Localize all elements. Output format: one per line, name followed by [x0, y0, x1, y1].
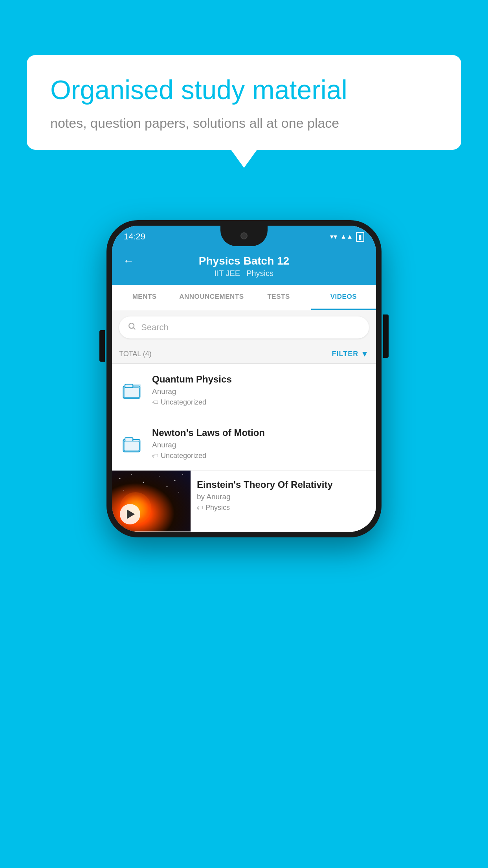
- video-info: Newton's Laws of Motion Anurag 🏷 Uncateg…: [152, 427, 369, 460]
- phone-screen: 14:29 ▾▾ ▲▲ ▮ ← Physics Batch 12 IIT JEE: [112, 226, 376, 532]
- svg-rect-7: [124, 441, 139, 451]
- video-tag: 🏷 Uncategorized: [152, 452, 369, 460]
- header-subtitle: IIT JEE Physics: [215, 269, 273, 278]
- status-icons: ▾▾ ▲▲ ▮: [330, 232, 364, 242]
- svg-line-1: [134, 328, 136, 330]
- search-placeholder: Search: [141, 322, 169, 333]
- filter-icon: ▼: [361, 349, 369, 359]
- play-button[interactable]: [120, 504, 140, 524]
- status-bar: 14:29 ▾▾ ▲▲ ▮: [112, 226, 376, 248]
- list-item[interactable]: Einstein's Theory Of Relativity by Anura…: [112, 471, 376, 532]
- video-info: Einstein's Theory Of Relativity by Anura…: [191, 471, 376, 520]
- bubble-title: Organised study material: [50, 74, 438, 106]
- list-item[interactable]: Newton's Laws of Motion Anurag 🏷 Uncateg…: [112, 417, 376, 471]
- svg-point-15: [167, 486, 168, 487]
- header-row: ← Physics Batch 12: [123, 255, 365, 267]
- folder-icon: [119, 431, 145, 457]
- list-item[interactable]: Quantum Physics Anurag 🏷 Uncategorized: [112, 364, 376, 417]
- svg-point-14: [123, 490, 124, 491]
- video-author: Anurag: [152, 387, 369, 396]
- app-header: ← Physics Batch 12 IIT JEE Physics: [112, 248, 376, 285]
- play-icon: [127, 509, 135, 519]
- tab-ments[interactable]: MENTS: [112, 285, 177, 310]
- svg-point-12: [174, 480, 176, 481]
- svg-rect-4: [124, 388, 139, 397]
- header-subtitle-physics: Physics: [246, 269, 273, 278]
- status-time: 14:29: [124, 232, 145, 242]
- header-subtitle-iit: IIT JEE: [215, 269, 240, 278]
- bubble-subtitle: notes, question papers, solutions all at…: [50, 116, 438, 131]
- camera-icon: [240, 232, 248, 239]
- filter-bar: TOTAL (4) FILTER ▼: [112, 345, 376, 364]
- phone-wrapper: 14:29 ▾▾ ▲▲ ▮ ← Physics Batch 12 IIT JEE: [106, 220, 382, 537]
- back-button[interactable]: ←: [123, 255, 134, 267]
- battery-icon: ▮: [356, 232, 364, 242]
- filter-button[interactable]: FILTER ▼: [332, 349, 369, 359]
- svg-point-10: [143, 482, 144, 483]
- svg-rect-3: [125, 384, 133, 388]
- svg-point-0: [129, 323, 134, 328]
- video-tag: 🏷 Physics: [197, 504, 370, 512]
- tabs-bar: MENTS ANNOUNCEMENTS TESTS VIDEOS: [112, 285, 376, 310]
- phone-outer: 14:29 ▾▾ ▲▲ ▮ ← Physics Batch 12 IIT JEE: [106, 220, 382, 537]
- tag-icon: 🏷: [197, 504, 203, 511]
- total-count: TOTAL (4): [119, 350, 152, 358]
- header-title: Physics Batch 12: [199, 255, 289, 267]
- svg-point-13: [182, 474, 183, 475]
- search-container: Search: [112, 310, 376, 345]
- video-title: Newton's Laws of Motion: [152, 427, 369, 438]
- video-tag: 🏷 Uncategorized: [152, 398, 369, 406]
- svg-point-9: [131, 474, 132, 475]
- video-title: Quantum Physics: [152, 374, 369, 385]
- video-author: by Anurag: [197, 493, 370, 501]
- svg-rect-6: [125, 438, 133, 441]
- video-thumbnail: [112, 471, 191, 531]
- speech-bubble: Organised study material notes, question…: [27, 55, 461, 150]
- signal-icon: ▲▲: [340, 233, 353, 240]
- video-author: Anurag: [152, 441, 369, 449]
- video-info: Quantum Physics Anurag 🏷 Uncategorized: [152, 374, 369, 406]
- speech-bubble-container: Organised study material notes, question…: [27, 55, 461, 150]
- svg-point-8: [119, 478, 121, 479]
- search-input[interactable]: Search: [119, 316, 369, 338]
- tab-tests[interactable]: TESTS: [246, 285, 311, 310]
- tag-icon: 🏷: [152, 399, 158, 406]
- notch: [220, 226, 268, 246]
- svg-point-11: [159, 476, 160, 477]
- tag-icon: 🏷: [152, 452, 158, 460]
- folder-icon: [119, 377, 145, 403]
- search-icon: [128, 322, 136, 333]
- tab-videos[interactable]: VIDEOS: [311, 285, 376, 310]
- video-title: Einstein's Theory Of Relativity: [197, 479, 370, 490]
- video-list: Quantum Physics Anurag 🏷 Uncategorized: [112, 364, 376, 532]
- svg-point-16: [178, 492, 179, 493]
- wifi-icon: ▾▾: [330, 232, 337, 241]
- tab-announcements[interactable]: ANNOUNCEMENTS: [177, 285, 246, 310]
